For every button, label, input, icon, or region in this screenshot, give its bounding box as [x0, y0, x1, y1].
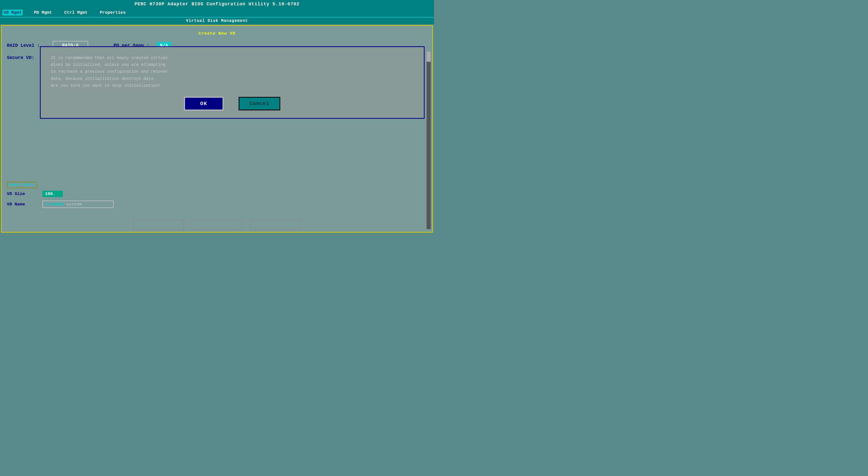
modal-dialog: It is recommended that all newly created… — [40, 46, 425, 119]
menu-vd-mgmt[interactable]: VD Mgmt — [3, 10, 23, 16]
scrollbar-thumb[interactable] — [427, 52, 431, 62]
vd-name-highlight: TrueNAS — [45, 202, 64, 207]
section-title-text: Virtual Disk Management — [186, 19, 248, 23]
vd-name-label: VD Name — [7, 202, 37, 207]
section-title: Virtual Disk Management — [0, 17, 434, 24]
title-text: PERC H730P Adapter BIOS Configuration Ut… — [134, 2, 299, 7]
basic-settings-label: Basic Setti — [7, 182, 37, 188]
vd-name-row: VD Name TrueNAS-system — [7, 201, 427, 208]
basic-settings-text: Basic Setti — [9, 183, 35, 187]
menu-ctrl-mgmt[interactable]: Ctrl Mgmt — [63, 10, 89, 16]
basic-settings: Basic Setti VD Size 100. VD Name TrueNAS… — [7, 182, 427, 212]
modal-buttons: OK Cancel — [51, 97, 414, 110]
vd-size-row: VD Size 100. — [7, 191, 427, 197]
create-new-vd-title: Create New VD — [7, 31, 427, 36]
bottom-btn-3[interactable] — [250, 220, 301, 230]
screen: PERC H730P Adapter BIOS Configuration Ut… — [0, 0, 434, 238]
menu-bar: VD Mgmt PD Mgmt Ctrl Mgmt Properties — [0, 8, 434, 17]
vd-size-label: VD Size — [7, 191, 37, 196]
title-bar: PERC H730P Adapter BIOS Configuration Ut… — [0, 0, 434, 8]
vd-name-input[interactable]: TrueNAS-system — [42, 201, 114, 208]
menu-properties[interactable]: Properties — [99, 10, 127, 16]
main-content: Create New VD RAID Level : RAID-5 PD per… — [1, 25, 433, 233]
vd-size-value[interactable]: 100. — [42, 191, 63, 197]
cancel-button[interactable]: Cancel — [239, 97, 280, 110]
modal-message: It is recommended that all newly created… — [51, 55, 414, 89]
bottom-btn-1[interactable] — [133, 220, 184, 230]
bottom-btn-2[interactable] — [192, 220, 242, 230]
create-new-vd-label: Create New VD — [198, 31, 236, 36]
menu-pd-mgmt[interactable]: PD Mgmt — [33, 10, 53, 16]
bottom-buttons-row — [2, 220, 432, 230]
ok-button[interactable]: OK — [184, 97, 223, 110]
vd-name-remainder: -system — [64, 202, 82, 207]
